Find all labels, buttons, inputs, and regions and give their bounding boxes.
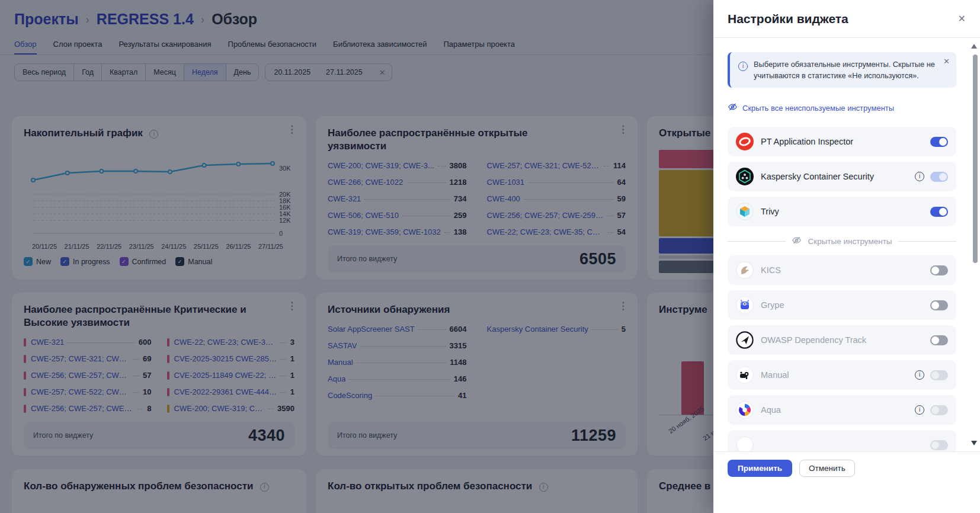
scrollbar-thumb[interactable] [973,54,978,263]
tool-row-trivy[interactable]: Trivy [728,197,956,226]
tool-toggle[interactable] [930,300,948,310]
dismiss-alert-icon[interactable]: ✕ [943,57,950,66]
close-icon[interactable]: ✕ [958,13,966,24]
info-alert: i Выберите обязательные инструменты. Скр… [728,52,956,88]
widget-settings-panel: Настройки виджета ✕ i Выберите обязатель… [713,0,980,513]
alert-text: Выберите обязательные инструменты. Скрыт… [754,60,935,80]
screen: Проекты › REGRESS 1.4 › Обзор ОбзорСлои … [0,0,980,513]
tool-toggle[interactable] [930,265,948,275]
hide-unused-link[interactable]: Скрыть все неиспользуемые инструменты [728,102,894,114]
owasp-dt-icon [736,331,754,349]
tool-row-pt-application-inspector[interactable]: PT Application Inspector [728,127,956,156]
tool-name: PT Application Inspector [761,137,930,146]
tool-toggle[interactable] [930,137,948,147]
tool-name: Grype [761,300,930,310]
tool-toggle[interactable] [930,172,948,182]
tool-toggle[interactable] [930,405,948,415]
info-icon[interactable]: i [915,405,924,415]
hidden-tools-divider: Скрытые инструменты [728,235,956,247]
tool-name: Trivy [761,207,930,216]
tool-toggle[interactable] [930,370,948,380]
cancel-button[interactable]: Отменить [799,460,855,477]
tool-toggle[interactable] [930,207,948,217]
tool-row-owasp-dependency-track[interactable]: OWASP Dependency Track [728,325,956,355]
divider-label: Скрытые инструменты [808,237,892,246]
eye-off-icon [792,235,802,247]
info-icon[interactable]: i [915,172,924,181]
toggle[interactable] [930,440,948,450]
panel-footer: Применить Отменить [713,451,980,513]
grype-icon [736,296,754,314]
tool-row-aqua[interactable]: Aquai [728,395,956,425]
eye-off-icon [728,102,738,114]
tool-name: Kaspersky Container Security [761,172,915,181]
pt-ai-icon [736,133,754,150]
panel-title: Настройки виджета [728,12,848,26]
tools-list-hidden: KICSGrypeOWASP Dependency TrackManualiAq… [728,255,956,425]
tool-row-kics[interactable]: KICS [728,255,956,285]
kaspersky-icon [736,168,754,185]
aqua-icon [736,401,754,419]
tool-row-kaspersky-container-security[interactable]: Kaspersky Container Securityi [728,162,956,191]
kics-icon [736,261,754,279]
tool-toggle[interactable] [930,335,948,345]
tools-list-main: PT Application InspectorKaspersky Contai… [728,127,956,226]
tool-row-manual[interactable]: Manuali [728,360,956,390]
tool-name: Manual [761,370,915,380]
tool-name: Aqua [761,405,915,415]
info-icon: i [738,60,748,71]
panel-body: i Выберите обязательные инструменты. Скр… [713,38,980,513]
info-icon[interactable]: i [915,370,924,380]
tool-name: OWASP Dependency Track [761,335,930,345]
scrollbar-down-icon[interactable] [971,441,977,445]
scrollbar-up-icon[interactable] [971,44,977,49]
trivy-icon [736,203,754,220]
manual-icon [736,366,754,384]
tool-row-grype[interactable]: Grype [728,290,956,320]
tool-name: KICS [761,265,930,275]
panel-header: Настройки виджета ✕ [713,0,980,38]
apply-button[interactable]: Применить [728,460,792,477]
